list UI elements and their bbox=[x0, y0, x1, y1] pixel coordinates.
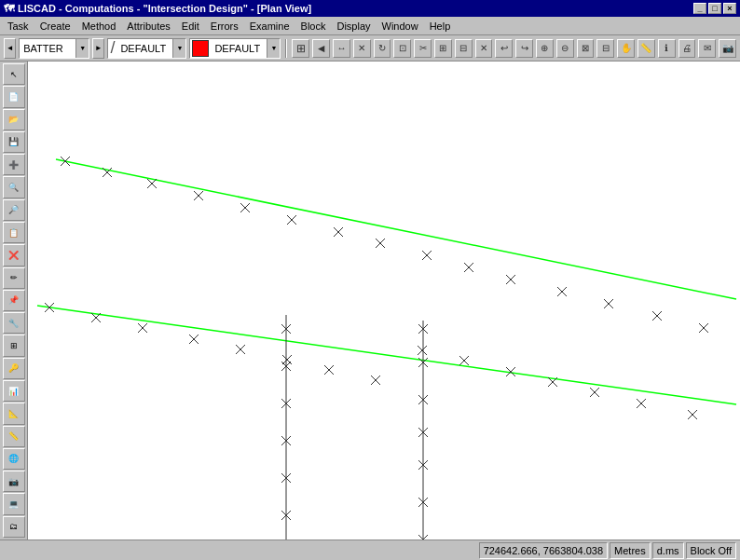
paste-button[interactable]: ⊟ bbox=[455, 39, 473, 58]
sidebar-edit-button[interactable]: ✏ bbox=[3, 267, 25, 289]
menu-help[interactable]: Help bbox=[424, 19, 457, 34]
canvas-area[interactable] bbox=[28, 61, 740, 540]
delete-button[interactable]: ✕ bbox=[475, 39, 493, 58]
svg-line-1 bbox=[37, 306, 736, 404]
camera-button[interactable]: 📷 bbox=[719, 39, 736, 58]
menu-errors[interactable]: Errors bbox=[205, 19, 244, 34]
units-field: Metres bbox=[610, 542, 651, 559]
dms-value: d.ms bbox=[657, 545, 679, 556]
color-swatch bbox=[192, 40, 209, 57]
menu-block[interactable]: Block bbox=[295, 19, 332, 34]
main-area: ↖ 📄 📂 💾 ➕ 🔍 🔎 📋 ❌ ✏ 📌 🔧 ⊞ 🔑 📊 📐 📏 🌐 📷 💻 … bbox=[0, 61, 740, 540]
sidebar-add-button[interactable]: ➕ bbox=[3, 154, 25, 175]
status-bar: 724642.666, 7663804.038 Metres d.ms Bloc… bbox=[0, 540, 740, 560]
sidebar-layer-button[interactable]: 📋 bbox=[3, 222, 25, 243]
app-icon: 🗺 bbox=[4, 3, 14, 14]
units-value: Metres bbox=[614, 545, 646, 556]
snap-point-button[interactable]: ◄ bbox=[312, 39, 330, 58]
measure-button[interactable]: 📏 bbox=[637, 39, 655, 58]
menu-bar: Task Create Method Attributes Edit Error… bbox=[0, 17, 740, 35]
sidebar-settings-button[interactable]: 🔧 bbox=[3, 312, 25, 334]
sidebar-table-button[interactable]: ⊞ bbox=[3, 335, 25, 356]
toolbar: ◄ BATTER ▼ ► / DEFAULT ▼ DEFAULT ▼ ⊞ ◄ ↔… bbox=[0, 35, 740, 61]
block-off-value: Block Off bbox=[691, 545, 732, 556]
left-sidebar: ↖ 📄 📂 💾 ➕ 🔍 🔎 📋 ❌ ✏ 📌 🔧 ⊞ 🔑 📊 📐 📏 🌐 📷 💻 … bbox=[0, 61, 28, 540]
pan-button[interactable]: ✋ bbox=[617, 39, 635, 58]
minimize-button[interactable]: _ bbox=[693, 3, 706, 14]
zoom-in-button[interactable]: ⊕ bbox=[536, 39, 554, 58]
sidebar-chart-button[interactable]: 📊 bbox=[3, 380, 25, 402]
sidebar-save-button[interactable]: 💾 bbox=[3, 131, 25, 153]
sidebar-globe-button[interactable]: 🌐 bbox=[3, 448, 25, 470]
drawing-canvas bbox=[28, 61, 740, 540]
scale-button[interactable]: ⊡ bbox=[393, 39, 411, 58]
sidebar-files-button[interactable]: 🗂 bbox=[3, 516, 25, 538]
menu-edit[interactable]: Edit bbox=[176, 19, 205, 34]
undo-button[interactable]: ↩ bbox=[495, 39, 513, 58]
maximize-button[interactable]: □ bbox=[708, 3, 721, 14]
layer-select[interactable]: BATTER ▼ bbox=[19, 38, 89, 59]
menu-examine[interactable]: Examine bbox=[244, 19, 295, 34]
menu-method[interactable]: Method bbox=[76, 19, 122, 34]
sidebar-zoom-in-button[interactable]: 🔍 bbox=[3, 176, 25, 198]
move-button[interactable]: ✕ bbox=[353, 39, 371, 58]
email-button[interactable]: ✉ bbox=[698, 39, 716, 58]
rotate-button[interactable]: ↻ bbox=[374, 39, 391, 58]
color-select[interactable]: DEFAULT ▼ bbox=[189, 38, 281, 59]
sidebar-delete-button[interactable]: ❌ bbox=[3, 244, 25, 266]
color-value: DEFAULT bbox=[211, 43, 267, 54]
sidebar-computer-button[interactable]: 💻 bbox=[3, 493, 25, 514]
sidebar-ruler-button[interactable]: 📏 bbox=[3, 426, 25, 447]
select-button[interactable]: ↔ bbox=[333, 39, 350, 58]
zoom-out-button[interactable]: ⊖ bbox=[556, 39, 574, 58]
menu-window[interactable]: Window bbox=[377, 19, 424, 34]
copy-button[interactable]: ⊞ bbox=[434, 39, 452, 58]
menu-attributes[interactable]: Attributes bbox=[121, 19, 175, 34]
linetype-dropdown-arrow[interactable]: ▼ bbox=[172, 39, 185, 58]
color-dropdown-arrow[interactable]: ▼ bbox=[267, 39, 280, 58]
redo-button[interactable]: ↪ bbox=[515, 39, 533, 58]
svg-line-0 bbox=[56, 159, 736, 299]
block-off-field[interactable]: Block Off bbox=[686, 542, 736, 559]
sidebar-angle-button[interactable]: 📐 bbox=[3, 403, 25, 424]
next-layer-button[interactable]: ► bbox=[92, 38, 104, 59]
sidebar-open-button[interactable]: 📂 bbox=[3, 109, 25, 130]
sidebar-zoom-out-button[interactable]: 🔎 bbox=[3, 199, 25, 221]
sidebar-new-button[interactable]: 📄 bbox=[3, 86, 25, 107]
snap-grid-button[interactable]: ⊞ bbox=[292, 39, 309, 58]
menu-task[interactable]: Task bbox=[2, 19, 34, 34]
close-button[interactable]: × bbox=[723, 3, 736, 14]
menu-create[interactable]: Create bbox=[34, 19, 76, 34]
sidebar-key-button[interactable]: 🔑 bbox=[3, 358, 25, 379]
layer-dropdown-arrow[interactable]: ▼ bbox=[75, 39, 89, 58]
title-bar-controls[interactable]: _ □ × bbox=[693, 3, 736, 14]
info-button[interactable]: ℹ bbox=[658, 39, 676, 58]
print-button[interactable]: 🖨 bbox=[678, 39, 696, 58]
linetype-value: DEFAULT bbox=[116, 43, 172, 54]
linetype-select[interactable]: / DEFAULT ▼ bbox=[107, 38, 186, 59]
coordinates-field: 724642.666, 7663804.038 bbox=[479, 542, 608, 559]
linetype-icon: / bbox=[108, 38, 116, 58]
prev-layer-button[interactable]: ◄ bbox=[4, 38, 16, 59]
coordinates-value: 724642.666, 7663804.038 bbox=[484, 545, 603, 556]
sidebar-pin-button[interactable]: 📌 bbox=[3, 290, 25, 311]
title-bar-left: 🗺 LISCAD - Computations - "Intersection … bbox=[4, 3, 311, 14]
dms-field[interactable]: d.ms bbox=[652, 542, 684, 559]
zoom-all-button[interactable]: ⊠ bbox=[577, 39, 595, 58]
layer-value: BATTER bbox=[20, 43, 75, 54]
zoom-window-button[interactable]: ⊟ bbox=[596, 39, 614, 58]
menu-display[interactable]: Display bbox=[331, 19, 376, 34]
toolbar-sep-1 bbox=[285, 39, 287, 58]
cut-button[interactable]: ✂ bbox=[414, 39, 432, 58]
sidebar-pointer-button[interactable]: ↖ bbox=[3, 63, 25, 85]
window-title: LISCAD - Computations - "Intersection De… bbox=[18, 3, 311, 14]
title-bar: 🗺 LISCAD - Computations - "Intersection … bbox=[0, 0, 740, 17]
sidebar-camera-button[interactable]: 📷 bbox=[3, 471, 25, 492]
